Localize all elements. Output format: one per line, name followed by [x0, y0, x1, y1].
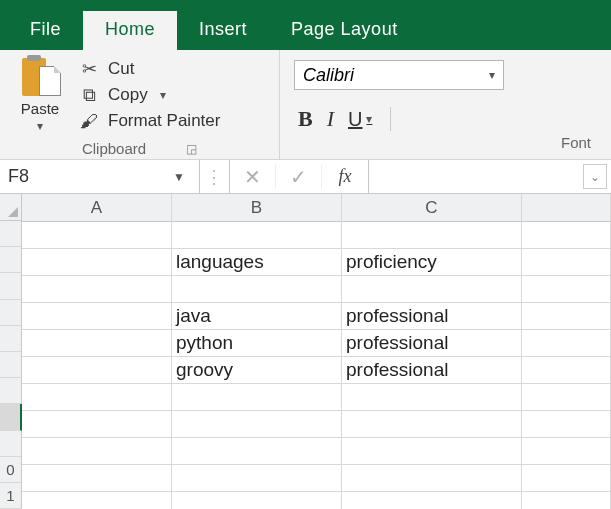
column-header[interactable]: [522, 194, 611, 222]
chevron-down-icon[interactable]: ▾: [489, 68, 495, 82]
cell[interactable]: [172, 465, 342, 492]
tab-insert[interactable]: Insert: [177, 11, 269, 50]
cell[interactable]: [172, 276, 342, 303]
cell[interactable]: professional: [342, 303, 522, 330]
cut-button[interactable]: ✂ Cut: [76, 58, 222, 80]
bold-button[interactable]: B: [298, 106, 313, 132]
cell[interactable]: java: [172, 303, 342, 330]
cell[interactable]: [22, 249, 172, 276]
paste-label: Paste: [21, 100, 59, 117]
cell[interactable]: python: [172, 330, 342, 357]
row-header[interactable]: [0, 273, 22, 299]
row-header[interactable]: [0, 326, 22, 352]
cell[interactable]: [522, 303, 611, 330]
row-header[interactable]: 1: [0, 483, 22, 509]
cell[interactable]: [522, 276, 611, 303]
cell[interactable]: [522, 249, 611, 276]
cell[interactable]: groovy: [172, 357, 342, 384]
copy-label: Copy: [108, 85, 148, 105]
column-header[interactable]: A: [22, 194, 172, 222]
cell[interactable]: [522, 384, 611, 411]
cell[interactable]: professional: [342, 330, 522, 357]
cell[interactable]: [342, 222, 522, 249]
cell[interactable]: [342, 384, 522, 411]
paintbrush-icon: 🖌: [78, 111, 100, 131]
cell[interactable]: [342, 492, 522, 509]
row-header[interactable]: 0: [0, 457, 22, 483]
separator: [390, 107, 391, 131]
expand-formula-bar-icon[interactable]: ⌄: [583, 164, 607, 189]
paste-button[interactable]: Paste ▾: [10, 54, 70, 138]
cell[interactable]: professional: [342, 357, 522, 384]
cell[interactable]: [22, 411, 172, 438]
cell[interactable]: [522, 222, 611, 249]
paste-icon: [19, 56, 61, 100]
copy-icon: ⧉: [78, 85, 100, 105]
cell[interactable]: [342, 276, 522, 303]
enter-icon[interactable]: ✓: [276, 165, 322, 189]
tab-pagelayout[interactable]: Page Layout: [269, 11, 420, 50]
row-header[interactable]: [0, 352, 22, 378]
cell[interactable]: [22, 303, 172, 330]
font-name-select[interactable]: Calibri ▾: [294, 60, 504, 90]
cell[interactable]: [22, 276, 172, 303]
cell[interactable]: [22, 492, 172, 509]
tab-home[interactable]: Home: [83, 11, 177, 50]
cell[interactable]: [522, 411, 611, 438]
select-all-corner[interactable]: [0, 194, 22, 221]
format-painter-button[interactable]: 🖌 Format Painter: [76, 110, 222, 132]
row-header[interactable]: [0, 300, 22, 326]
cancel-icon[interactable]: ✕: [230, 165, 276, 189]
chevron-down-icon[interactable]: ▾: [37, 119, 43, 133]
column-header[interactable]: C: [342, 194, 522, 222]
row-header[interactable]: [0, 221, 22, 247]
name-box[interactable]: F8 ▼: [0, 160, 200, 193]
row-header[interactable]: [0, 431, 22, 457]
cell[interactable]: [22, 357, 172, 384]
row-header[interactable]: [0, 378, 22, 404]
format-painter-label: Format Painter: [108, 111, 220, 131]
cell[interactable]: [22, 384, 172, 411]
copy-button[interactable]: ⧉ Copy ▾: [76, 84, 222, 106]
cell[interactable]: [342, 465, 522, 492]
cell[interactable]: [22, 222, 172, 249]
row-header[interactable]: [0, 404, 22, 430]
underline-button[interactable]: U▾: [348, 108, 372, 131]
column-header[interactable]: B: [172, 194, 342, 222]
chevron-down-icon[interactable]: ▾: [366, 112, 372, 126]
formula-bar-row: F8 ▼ ⋮ ✕ ✓ fx ⌄: [0, 160, 611, 194]
font-name-value: Calibri: [303, 65, 354, 86]
cell[interactable]: [22, 330, 172, 357]
cell[interactable]: [522, 492, 611, 509]
formula-input[interactable]: [369, 160, 579, 193]
formula-bar-handle[interactable]: ⋮: [200, 160, 230, 193]
row-header[interactable]: [0, 247, 22, 273]
cell[interactable]: proficiency: [342, 249, 522, 276]
cell[interactable]: [172, 492, 342, 509]
italic-button[interactable]: I: [327, 106, 334, 132]
cell[interactable]: [522, 330, 611, 357]
ribbon: Paste ▾ ✂ Cut ⧉ Copy ▾ 🖌 Format Painter: [0, 50, 611, 160]
cell[interactable]: [522, 438, 611, 465]
chevron-down-icon[interactable]: ▼: [167, 170, 191, 184]
cell[interactable]: [522, 357, 611, 384]
cell[interactable]: [22, 438, 172, 465]
cell[interactable]: [22, 465, 172, 492]
cell[interactable]: [172, 384, 342, 411]
cell[interactable]: [172, 438, 342, 465]
scissors-icon: ✂: [78, 59, 100, 79]
spreadsheet-grid: 0 1 A B C languagesproficiency javaprofe…: [0, 194, 611, 509]
title-bar: [0, 0, 611, 8]
fx-button[interactable]: fx: [322, 166, 368, 187]
cell[interactable]: [342, 411, 522, 438]
chevron-down-icon[interactable]: ▾: [160, 88, 166, 102]
name-box-value: F8: [8, 166, 29, 187]
cell[interactable]: [172, 411, 342, 438]
cell[interactable]: languages: [172, 249, 342, 276]
dialog-launcher-icon[interactable]: ◲: [186, 142, 197, 156]
cell[interactable]: [172, 222, 342, 249]
tab-file[interactable]: File: [8, 11, 83, 50]
cell[interactable]: [342, 438, 522, 465]
group-clipboard: Paste ▾ ✂ Cut ⧉ Copy ▾ 🖌 Format Painter: [0, 50, 280, 159]
cell[interactable]: [522, 465, 611, 492]
